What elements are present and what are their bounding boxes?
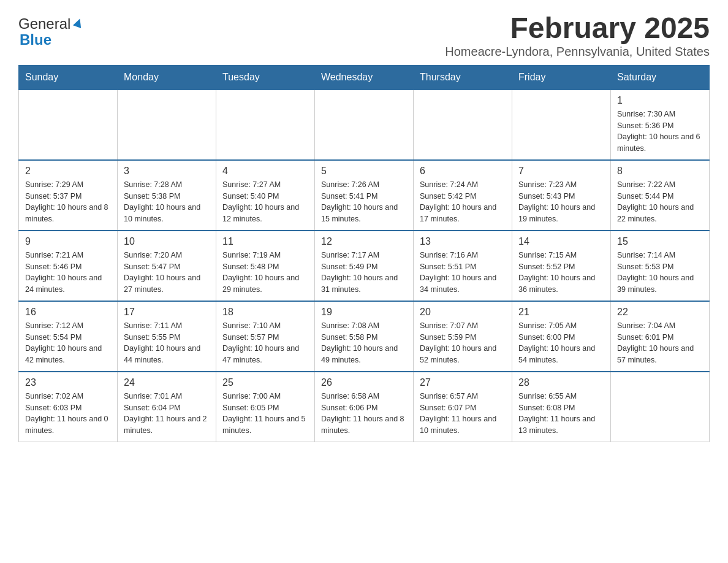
page-header: General Blue February 2025 Homeacre-Lynd… <box>18 12 710 59</box>
day-info: Sunrise: 7:08 AMSunset: 5:58 PMDaylight:… <box>321 320 407 366</box>
table-row: 26Sunrise: 6:58 AMSunset: 6:06 PMDayligh… <box>315 372 414 442</box>
table-row <box>611 372 710 442</box>
day-info: Sunrise: 6:57 AMSunset: 6:07 PMDaylight:… <box>420 391 506 437</box>
day-number: 20 <box>420 307 506 318</box>
calendar-table: Sunday Monday Tuesday Wednesday Thursday… <box>18 65 710 442</box>
table-row: 19Sunrise: 7:08 AMSunset: 5:58 PMDayligh… <box>315 301 414 372</box>
table-row: 2Sunrise: 7:29 AMSunset: 5:37 PMDaylight… <box>19 160 118 231</box>
header-saturday: Saturday <box>611 65 710 90</box>
day-info: Sunrise: 7:23 AMSunset: 5:43 PMDaylight:… <box>518 179 604 225</box>
table-row: 12Sunrise: 7:17 AMSunset: 5:49 PMDayligh… <box>315 231 414 301</box>
day-number: 2 <box>25 166 111 177</box>
table-row: 15Sunrise: 7:14 AMSunset: 5:53 PMDayligh… <box>611 231 710 301</box>
day-number: 16 <box>25 307 111 318</box>
day-info: Sunrise: 7:19 AMSunset: 5:48 PMDaylight:… <box>222 250 308 296</box>
table-row: 14Sunrise: 7:15 AMSunset: 5:52 PMDayligh… <box>512 231 611 301</box>
day-info: Sunrise: 7:21 AMSunset: 5:46 PMDaylight:… <box>25 250 111 296</box>
svg-marker-0 <box>73 17 84 28</box>
table-row <box>512 90 611 160</box>
day-number: 18 <box>222 307 308 318</box>
table-row: 7Sunrise: 7:23 AMSunset: 5:43 PMDaylight… <box>512 160 611 231</box>
day-number: 1 <box>617 95 703 106</box>
day-info: Sunrise: 7:24 AMSunset: 5:42 PMDaylight:… <box>420 179 506 225</box>
table-row <box>216 90 315 160</box>
table-row <box>118 90 216 160</box>
day-number: 25 <box>222 377 308 388</box>
day-info: Sunrise: 7:28 AMSunset: 5:38 PMDaylight:… <box>124 179 210 225</box>
table-row: 18Sunrise: 7:10 AMSunset: 5:57 PMDayligh… <box>216 301 315 372</box>
table-row: 27Sunrise: 6:57 AMSunset: 6:07 PMDayligh… <box>414 372 512 442</box>
day-number: 4 <box>222 166 308 177</box>
day-number: 5 <box>321 166 407 177</box>
day-number: 8 <box>617 166 703 177</box>
day-info: Sunrise: 6:58 AMSunset: 6:06 PMDaylight:… <box>321 391 407 437</box>
day-info: Sunrise: 7:15 AMSunset: 5:52 PMDaylight:… <box>518 250 604 296</box>
title-area: February 2025 Homeacre-Lyndora, Pennsylv… <box>445 12 710 59</box>
header-wednesday: Wednesday <box>315 65 414 90</box>
day-number: 19 <box>321 307 407 318</box>
table-row: 21Sunrise: 7:05 AMSunset: 6:00 PMDayligh… <box>512 301 611 372</box>
day-number: 9 <box>25 236 111 247</box>
day-info: Sunrise: 7:10 AMSunset: 5:57 PMDaylight:… <box>222 320 308 366</box>
calendar-week-row: 2Sunrise: 7:29 AMSunset: 5:37 PMDaylight… <box>19 160 710 231</box>
table-row: 5Sunrise: 7:26 AMSunset: 5:41 PMDaylight… <box>315 160 414 231</box>
page-title: February 2025 <box>445 12 710 45</box>
calendar-week-row: 23Sunrise: 7:02 AMSunset: 6:03 PMDayligh… <box>19 372 710 442</box>
day-number: 28 <box>518 377 604 388</box>
calendar-week-row: 9Sunrise: 7:21 AMSunset: 5:46 PMDaylight… <box>19 231 710 301</box>
day-number: 3 <box>124 166 210 177</box>
day-number: 13 <box>420 236 506 247</box>
day-info: Sunrise: 7:02 AMSunset: 6:03 PMDaylight:… <box>25 391 111 437</box>
day-info: Sunrise: 7:30 AMSunset: 5:36 PMDaylight:… <box>617 109 703 155</box>
table-row: 23Sunrise: 7:02 AMSunset: 6:03 PMDayligh… <box>19 372 118 442</box>
table-row <box>414 90 512 160</box>
day-number: 10 <box>124 236 210 247</box>
table-row: 13Sunrise: 7:16 AMSunset: 5:51 PMDayligh… <box>414 231 512 301</box>
day-info: Sunrise: 7:26 AMSunset: 5:41 PMDaylight:… <box>321 179 407 225</box>
table-row: 17Sunrise: 7:11 AMSunset: 5:55 PMDayligh… <box>118 301 216 372</box>
header-friday: Friday <box>512 65 611 90</box>
table-row: 28Sunrise: 6:55 AMSunset: 6:08 PMDayligh… <box>512 372 611 442</box>
table-row: 20Sunrise: 7:07 AMSunset: 5:59 PMDayligh… <box>414 301 512 372</box>
day-info: Sunrise: 7:11 AMSunset: 5:55 PMDaylight:… <box>124 320 210 366</box>
day-info: Sunrise: 6:55 AMSunset: 6:08 PMDaylight:… <box>518 391 604 437</box>
day-info: Sunrise: 7:01 AMSunset: 6:04 PMDaylight:… <box>124 391 210 437</box>
header-thursday: Thursday <box>414 65 512 90</box>
table-row: 8Sunrise: 7:22 AMSunset: 5:44 PMDaylight… <box>611 160 710 231</box>
table-row: 24Sunrise: 7:01 AMSunset: 6:04 PMDayligh… <box>118 372 216 442</box>
day-number: 24 <box>124 377 210 388</box>
day-number: 21 <box>518 307 604 318</box>
day-number: 15 <box>617 236 703 247</box>
page-subtitle: Homeacre-Lyndora, Pennsylvania, United S… <box>445 45 710 59</box>
weekday-header-row: Sunday Monday Tuesday Wednesday Thursday… <box>19 65 710 90</box>
logo-blue-text: Blue <box>20 31 51 48</box>
day-info: Sunrise: 7:14 AMSunset: 5:53 PMDaylight:… <box>617 250 703 296</box>
day-number: 23 <box>25 377 111 388</box>
table-row: 9Sunrise: 7:21 AMSunset: 5:46 PMDaylight… <box>19 231 118 301</box>
day-info: Sunrise: 7:04 AMSunset: 6:01 PMDaylight:… <box>617 320 703 366</box>
header-tuesday: Tuesday <box>216 65 315 90</box>
day-number: 27 <box>420 377 506 388</box>
table-row: 11Sunrise: 7:19 AMSunset: 5:48 PMDayligh… <box>216 231 315 301</box>
day-number: 26 <box>321 377 407 388</box>
table-row: 25Sunrise: 7:00 AMSunset: 6:05 PMDayligh… <box>216 372 315 442</box>
day-number: 11 <box>222 236 308 247</box>
day-number: 22 <box>617 307 703 318</box>
table-row: 3Sunrise: 7:28 AMSunset: 5:38 PMDaylight… <box>118 160 216 231</box>
day-info: Sunrise: 7:17 AMSunset: 5:49 PMDaylight:… <box>321 250 407 296</box>
table-row: 1Sunrise: 7:30 AMSunset: 5:36 PMDaylight… <box>611 90 710 160</box>
day-number: 12 <box>321 236 407 247</box>
day-info: Sunrise: 7:29 AMSunset: 5:37 PMDaylight:… <box>25 179 111 225</box>
day-info: Sunrise: 7:27 AMSunset: 5:40 PMDaylight:… <box>222 179 308 225</box>
day-number: 7 <box>518 166 604 177</box>
calendar-week-row: 1Sunrise: 7:30 AMSunset: 5:36 PMDaylight… <box>19 90 710 160</box>
day-info: Sunrise: 7:22 AMSunset: 5:44 PMDaylight:… <box>617 179 703 225</box>
day-info: Sunrise: 7:05 AMSunset: 6:00 PMDaylight:… <box>518 320 604 366</box>
day-info: Sunrise: 7:12 AMSunset: 5:54 PMDaylight:… <box>25 320 111 366</box>
table-row <box>19 90 118 160</box>
table-row: 6Sunrise: 7:24 AMSunset: 5:42 PMDaylight… <box>414 160 512 231</box>
day-number: 6 <box>420 166 506 177</box>
day-info: Sunrise: 7:00 AMSunset: 6:05 PMDaylight:… <box>222 391 308 437</box>
day-info: Sunrise: 7:07 AMSunset: 5:59 PMDaylight:… <box>420 320 506 366</box>
table-row: 4Sunrise: 7:27 AMSunset: 5:40 PMDaylight… <box>216 160 315 231</box>
